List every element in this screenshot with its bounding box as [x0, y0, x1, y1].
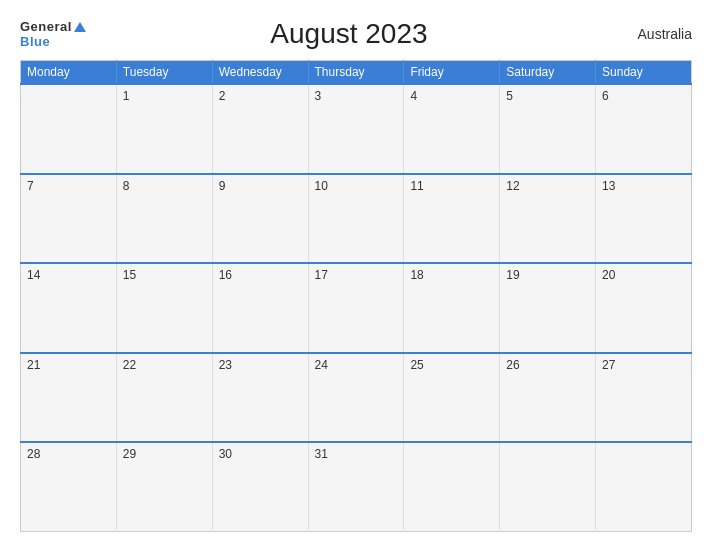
day-number: 4: [410, 89, 417, 103]
calendar-day-cell: 28: [21, 442, 117, 532]
day-number: 21: [27, 358, 40, 372]
calendar-day-cell: 20: [596, 263, 692, 353]
calendar-day-cell: 3: [308, 84, 404, 174]
calendar-day-cell: 5: [500, 84, 596, 174]
calendar-day-cell: 25: [404, 353, 500, 443]
day-number: 3: [315, 89, 322, 103]
calendar-day-header: Wednesday: [212, 61, 308, 85]
calendar-day-cell: 16: [212, 263, 308, 353]
logo: General Blue: [20, 19, 86, 49]
calendar-day-header: Thursday: [308, 61, 404, 85]
calendar-day-cell: 23: [212, 353, 308, 443]
calendar-day-header: Sunday: [596, 61, 692, 85]
calendar-day-header: Saturday: [500, 61, 596, 85]
calendar-day-header: Friday: [404, 61, 500, 85]
day-number: 30: [219, 447, 232, 461]
day-number: 14: [27, 268, 40, 282]
day-number: 10: [315, 179, 328, 193]
country-label: Australia: [612, 26, 692, 42]
day-number: 25: [410, 358, 423, 372]
calendar-day-cell: [404, 442, 500, 532]
calendar-day-cell: 22: [116, 353, 212, 443]
calendar-day-cell: 17: [308, 263, 404, 353]
day-number: 12: [506, 179, 519, 193]
calendar-day-cell: 14: [21, 263, 117, 353]
day-number: 24: [315, 358, 328, 372]
day-number: 31: [315, 447, 328, 461]
calendar-day-cell: 26: [500, 353, 596, 443]
calendar-day-cell: 31: [308, 442, 404, 532]
calendar-day-cell: 4: [404, 84, 500, 174]
calendar-day-header: Monday: [21, 61, 117, 85]
day-number: 9: [219, 179, 226, 193]
calendar-day-cell: 2: [212, 84, 308, 174]
calendar-header: MondayTuesdayWednesdayThursdayFridaySatu…: [21, 61, 692, 85]
day-number: 11: [410, 179, 423, 193]
calendar-day-header: Tuesday: [116, 61, 212, 85]
calendar-day-cell: 21: [21, 353, 117, 443]
day-number: 18: [410, 268, 423, 282]
calendar-day-cell: 29: [116, 442, 212, 532]
day-number: 19: [506, 268, 519, 282]
day-number: 7: [27, 179, 34, 193]
calendar-day-cell: 19: [500, 263, 596, 353]
calendar-body: 1234567891011121314151617181920212223242…: [21, 84, 692, 532]
calendar-day-cell: 13: [596, 174, 692, 264]
calendar-header-row: MondayTuesdayWednesdayThursdayFridaySatu…: [21, 61, 692, 85]
day-number: 2: [219, 89, 226, 103]
calendar-day-cell: 11: [404, 174, 500, 264]
day-number: 1: [123, 89, 130, 103]
logo-general-text: General: [20, 19, 72, 34]
day-number: 5: [506, 89, 513, 103]
calendar-day-cell: 30: [212, 442, 308, 532]
calendar-day-cell: 12: [500, 174, 596, 264]
day-number: 28: [27, 447, 40, 461]
page: General Blue August 2023 Australia Monda…: [0, 0, 712, 550]
calendar-title: August 2023: [86, 18, 612, 50]
calendar-week-row: 123456: [21, 84, 692, 174]
calendar-day-cell: 6: [596, 84, 692, 174]
day-number: 23: [219, 358, 232, 372]
calendar-table: MondayTuesdayWednesdayThursdayFridaySatu…: [20, 60, 692, 532]
day-number: 6: [602, 89, 609, 103]
logo-blue-text: Blue: [20, 34, 50, 49]
header: General Blue August 2023 Australia: [20, 18, 692, 50]
calendar-week-row: 78910111213: [21, 174, 692, 264]
calendar-day-cell: 1: [116, 84, 212, 174]
calendar-week-row: 21222324252627: [21, 353, 692, 443]
calendar-day-cell: [596, 442, 692, 532]
day-number: 8: [123, 179, 130, 193]
calendar-week-row: 28293031: [21, 442, 692, 532]
calendar-day-cell: 15: [116, 263, 212, 353]
day-number: 26: [506, 358, 519, 372]
day-number: 27: [602, 358, 615, 372]
calendar-day-cell: 10: [308, 174, 404, 264]
calendar-day-cell: 8: [116, 174, 212, 264]
calendar-day-cell: [500, 442, 596, 532]
calendar-week-row: 14151617181920: [21, 263, 692, 353]
calendar-day-cell: 18: [404, 263, 500, 353]
calendar-day-cell: 7: [21, 174, 117, 264]
day-number: 13: [602, 179, 615, 193]
logo-triangle-icon: [74, 22, 86, 32]
day-number: 15: [123, 268, 136, 282]
day-number: 22: [123, 358, 136, 372]
day-number: 29: [123, 447, 136, 461]
day-number: 17: [315, 268, 328, 282]
calendar-day-cell: 9: [212, 174, 308, 264]
calendar-day-cell: 27: [596, 353, 692, 443]
calendar-day-cell: 24: [308, 353, 404, 443]
day-number: 16: [219, 268, 232, 282]
calendar-day-cell: [21, 84, 117, 174]
day-number: 20: [602, 268, 615, 282]
